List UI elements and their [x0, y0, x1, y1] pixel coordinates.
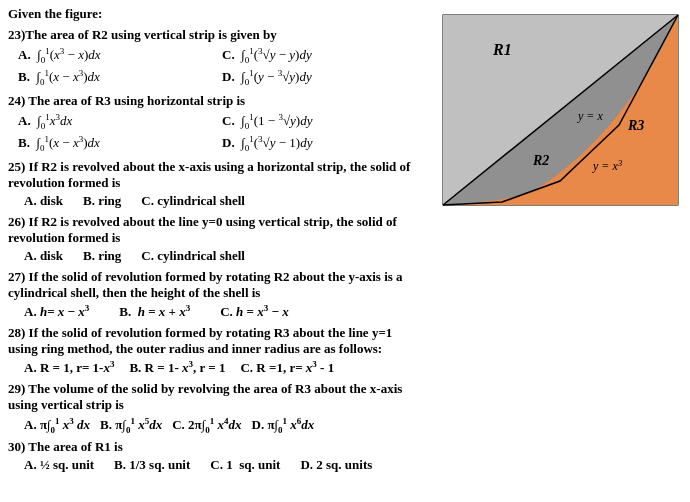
q25-optB: B. ring	[83, 193, 121, 209]
q26-optC: C. cylindrical shell	[141, 248, 245, 264]
q26-optB: B. ring	[83, 248, 121, 264]
q28-optB: B. R = 1- x3, r = 1	[129, 359, 225, 376]
q23-optD: D. ∫01(y − 3√y)dy	[222, 67, 422, 88]
q25-text: 25) If R2 is revolved about the x-axis u…	[8, 159, 422, 191]
q29-text: 29) The volume of the solid by revolving…	[8, 381, 422, 413]
q28-optC: C. R =1, r= x3 - 1	[240, 359, 334, 376]
label-r1: R1	[492, 41, 512, 58]
q27-optC: C. h = x3 − x	[220, 303, 288, 320]
q27-optB: B. h = x + x3	[119, 303, 190, 320]
q27-choices: A. h= x − x3 B. h = x + x3 C. h = x3 − x	[24, 303, 422, 320]
question-26: 26) If R2 is revolved about the line y=0…	[8, 214, 422, 264]
q23-optC: C. ∫01(3√y − y)dy	[222, 45, 422, 66]
label-r3: R3	[627, 118, 644, 133]
q25-optA: A. disk	[24, 193, 63, 209]
q26-text: 26) If R2 is revolved about the line y=0…	[8, 214, 422, 246]
q27-text: 27) If the solid of revolution formed by…	[8, 269, 422, 301]
q29-optC: C. 2π∫01 x4dx	[172, 415, 241, 434]
q23-options: A. ∫01(x3 − x)dx C. ∫01(3√y − y)dy B. ∫0…	[18, 45, 422, 88]
left-panel: Given the figure: 23)The area of R2 usin…	[0, 0, 430, 502]
question-24: 24) The area of R3 using horizontal stri…	[8, 93, 422, 154]
q29-choices: A. π∫01 x3 dx B. π∫01 x5dx C. 2π∫01 x4dx…	[24, 415, 422, 434]
q28-optA: A. R = 1, r= 1-x3	[24, 359, 114, 376]
q24-optD: D. ∫01(3√y − 1)dy	[222, 133, 422, 154]
q30-text: 30) The area of R1 is	[8, 439, 422, 455]
q26-optA: A. disk	[24, 248, 63, 264]
q27-optA: A. h= x − x3	[24, 303, 89, 320]
q30-optC: C. 1 sq. unit	[210, 457, 280, 473]
question-29: 29) The volume of the solid by revolving…	[8, 381, 422, 434]
q23-optB: B. ∫01(x − x3)dx	[18, 67, 218, 88]
label-r2: R2	[532, 153, 549, 168]
q24-optC: C. ∫01(1 − 3√y)dy	[222, 111, 422, 132]
question-23: 23)The area of R2 using vertical strip i…	[8, 27, 422, 88]
question-27: 27) If the solid of revolution formed by…	[8, 269, 422, 320]
q24-text: 24) The area of R3 using horizontal stri…	[8, 93, 422, 109]
question-28: 28) If the solid of revolution formed by…	[8, 325, 422, 376]
q23-text: 23)The area of R2 using vertical strip i…	[8, 27, 422, 43]
q25-choices: A. disk B. ring C. cylindrical shell	[24, 193, 422, 209]
q24-optB: B. ∫01(x − x3)dx	[18, 133, 218, 154]
q29-optD: D. π∫01 x6dx	[252, 415, 315, 434]
q24-optA: A. ∫01x3dx	[18, 111, 218, 132]
q25-optC: C. cylindrical shell	[141, 193, 245, 209]
q30-choices: A. ½ sq. unit B. 1/3 sq. unit C. 1 sq. u…	[24, 457, 422, 473]
question-25: 25) If R2 is revolved about the x-axis u…	[8, 159, 422, 209]
header: Given the figure:	[8, 6, 422, 22]
question-30: 30) The area of R1 is A. ½ sq. unit B. 1…	[8, 439, 422, 473]
main-container: Given the figure: 23)The area of R2 usin…	[0, 0, 690, 502]
q23-optA: A. ∫01(x3 − x)dx	[18, 45, 218, 66]
q24-options: A. ∫01x3dx C. ∫01(1 − 3√y)dy B. ∫01(x − …	[18, 111, 422, 154]
q28-text: 28) If the solid of revolution formed by…	[8, 325, 422, 357]
q28-choices: A. R = 1, r= 1-x3 B. R = 1- x3, r = 1 C.…	[24, 359, 422, 376]
q29-optB: B. π∫01 x5dx	[100, 415, 162, 434]
q29-optA: A. π∫01 x3 dx	[24, 415, 90, 434]
right-panel: R1 y = x R3 y = x3 R2	[430, 0, 690, 502]
q30-optA: A. ½ sq. unit	[24, 457, 94, 473]
q30-optD: D. 2 sq. units	[300, 457, 372, 473]
q30-optB: B. 1/3 sq. unit	[114, 457, 190, 473]
q26-choices: A. disk B. ring C. cylindrical shell	[24, 248, 422, 264]
diagram-svg: R1 y = x R3 y = x3 R2	[438, 10, 683, 210]
label-y-equals-x: y = x	[577, 109, 603, 123]
